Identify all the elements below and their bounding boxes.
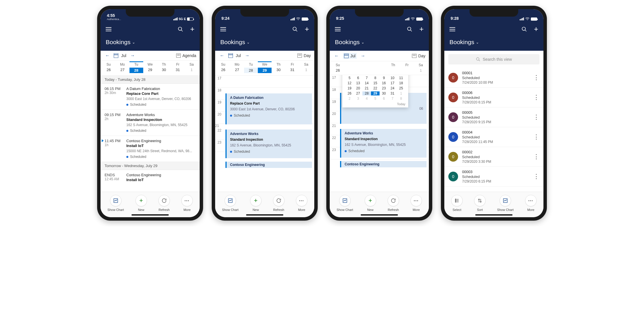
month-picker-popup[interactable]: July 2020 ↑↓ SuMoTuWeThFrSa 2829301234 5… xyxy=(342,75,408,107)
search-input[interactable]: Search this view xyxy=(448,54,539,64)
month-nav: ← Jul → Agenda xyxy=(101,51,200,61)
phone-day-popup: 9:25 + Bookings⌄ ← Jul → Day SuTh xyxy=(326,6,432,221)
month-label[interactable]: Jul xyxy=(121,53,126,58)
new-button[interactable]: +New xyxy=(250,195,262,211)
next-arrow-icon[interactable]: → xyxy=(244,53,251,58)
month-label[interactable]: Jul xyxy=(350,54,356,58)
prev-arrow-icon[interactable]: ← xyxy=(219,53,225,58)
list-item[interactable]: 0 00004Scheduled7/28/2020 11:45 PM ⋮ xyxy=(444,127,543,147)
svg-point-9 xyxy=(522,27,525,30)
sort-button[interactable]: Sort xyxy=(474,195,486,211)
status-sublabel: Authentica... xyxy=(107,18,121,21)
svg-point-13 xyxy=(455,199,456,200)
day-timeline[interactable]: 17 18 19 20 21 22 23 06 Adventure Works … xyxy=(330,75,429,192)
agenda-item[interactable]: 11:45 PM1h Contoso Engineering Install I… xyxy=(101,136,200,162)
svg-line-4 xyxy=(296,30,297,31)
page-title[interactable]: Bookings ⌄ xyxy=(101,36,200,51)
event-card[interactable]: Contoso Engineering xyxy=(340,161,427,167)
prev-arrow-icon[interactable]: ← xyxy=(333,53,340,58)
list-content[interactable]: 0 00001Scheduled7/24/2020 10:00 PM ⋮ 0 0… xyxy=(444,68,543,192)
page-title[interactable]: Bookings⌄ xyxy=(215,36,314,51)
agenda-item[interactable]: 06:15 PM2h 30m A Datum Fabrication Repla… xyxy=(101,84,200,110)
list-item[interactable]: 0 00002Scheduled7/29/2020 3:30 PM ⋮ xyxy=(444,147,543,167)
phone-list: 9:28 + Bookings⌄ Search this view 0 0000… xyxy=(441,6,547,221)
view-switch[interactable]: Day xyxy=(297,53,311,58)
month-nav: ← Jul → Day xyxy=(330,51,429,61)
menu-icon[interactable] xyxy=(106,27,111,31)
weekday-row: SuMoTuWeThFrSa xyxy=(101,61,200,66)
list-item[interactable]: 0 00006Scheduled7/28/2020 6:15 PM ⋮ xyxy=(444,88,543,107)
app-header: + xyxy=(330,22,429,36)
home-indicator xyxy=(475,214,513,216)
more-button[interactable]: •••More xyxy=(181,195,193,211)
day-timeline[interactable]: 17 18 19 20 21 22 23 A Datum Fabrication… xyxy=(215,76,314,192)
search-icon[interactable] xyxy=(178,26,183,32)
agenda-item[interactable]: 09:15 PM2h Adventure Works Standard Insp… xyxy=(101,110,200,136)
event-card[interactable]: A Datum Fabrication Replace Core Part 30… xyxy=(225,93,312,124)
app-header: + xyxy=(215,22,314,36)
view-switch[interactable]: Agenda xyxy=(176,53,196,58)
new-button[interactable]: +New xyxy=(136,195,147,211)
show-chart-button[interactable]: Show Chart xyxy=(222,195,238,211)
date-row[interactable]: 2627282930311 xyxy=(101,66,200,76)
show-chart-button[interactable]: Show Chart xyxy=(107,195,124,211)
wifi-icon xyxy=(411,17,415,21)
list-item[interactable]: 0 00005Scheduled7/28/2020 9:15 PM ⋮ xyxy=(444,107,543,127)
svg-point-15 xyxy=(455,200,456,201)
month-label[interactable]: Jul xyxy=(236,53,241,58)
avatar: 0 xyxy=(448,132,458,142)
popup-grid[interactable]: SuMoTuWeThFrSa 2829301234 567891011 1213… xyxy=(345,75,405,101)
popup-today-link[interactable]: Today xyxy=(345,102,405,106)
agenda-item[interactable]: ENDS12:45 AM Contoso Engineering Install… xyxy=(101,170,200,185)
next-arrow-icon[interactable]: → xyxy=(360,53,366,58)
refresh-button[interactable]: Refresh xyxy=(158,195,170,211)
calendar-icon[interactable] xyxy=(114,53,118,58)
weekday-row: SuThFrSa xyxy=(330,61,429,67)
menu-icon[interactable] xyxy=(335,27,341,31)
menu-icon[interactable] xyxy=(220,27,226,31)
menu-icon[interactable] xyxy=(449,27,455,31)
notch xyxy=(126,9,174,17)
list-item[interactable]: 0 00003Scheduled7/29/2020 6:15 PM ⋮ xyxy=(444,167,543,187)
svg-point-17 xyxy=(455,201,456,202)
event-card[interactable]: Contoso Engineering xyxy=(225,162,312,168)
next-arrow-icon[interactable]: → xyxy=(129,53,136,58)
more-button[interactable]: •••More xyxy=(525,195,537,211)
wifi-icon xyxy=(525,17,530,21)
prev-arrow-icon[interactable]: ← xyxy=(104,53,111,58)
page-title[interactable]: Bookings⌄ xyxy=(444,36,543,51)
calendar-icon[interactable] xyxy=(228,53,233,58)
page-title[interactable]: Bookings⌄ xyxy=(330,36,429,51)
list-item[interactable]: 0 00001Scheduled7/24/2020 10:00 PM ⋮ xyxy=(444,68,543,88)
event-card[interactable]: Adventure Works Standard Inspection 162 … xyxy=(340,129,427,158)
add-icon[interactable]: + xyxy=(419,25,424,34)
agenda-content[interactable]: Today - Tuesday, July 28 06:15 PM2h 30m … xyxy=(101,76,200,192)
add-icon[interactable]: + xyxy=(190,25,195,34)
calendar-icon[interactable] xyxy=(344,54,349,58)
add-icon[interactable]: + xyxy=(534,25,538,34)
show-chart-button[interactable]: Show Chart xyxy=(497,195,513,211)
event-card[interactable]: Adventure Works Standard Inspection 162 … xyxy=(225,130,312,158)
status-time: 4:55 xyxy=(107,13,115,18)
action-bar: Show Chart +New Refresh •••More xyxy=(101,192,200,217)
add-icon[interactable]: + xyxy=(305,25,309,34)
date-row[interactable]: 261 xyxy=(330,67,429,75)
refresh-button[interactable]: Refresh xyxy=(273,195,284,211)
new-button[interactable]: +New xyxy=(365,195,376,211)
svg-line-12 xyxy=(479,60,480,61)
action-bar: Show Chart +New Refresh •••More xyxy=(215,192,314,217)
view-switch[interactable]: Day xyxy=(412,54,425,58)
show-chart-button[interactable]: Show Chart xyxy=(337,195,353,211)
search-icon[interactable] xyxy=(407,26,413,32)
svg-point-11 xyxy=(476,58,479,60)
signal-icon xyxy=(405,17,409,20)
more-button[interactable]: •••More xyxy=(296,195,307,211)
select-button[interactable]: Select xyxy=(451,195,463,211)
search-icon[interactable] xyxy=(292,26,298,32)
chevron-down-icon: ⌄ xyxy=(361,40,364,44)
day-view-icon xyxy=(297,54,302,58)
search-icon[interactable] xyxy=(521,26,527,32)
refresh-button[interactable]: Refresh xyxy=(388,195,399,211)
more-button[interactable]: •••More xyxy=(411,195,422,211)
date-row[interactable]: 2627282930311 xyxy=(215,66,314,76)
